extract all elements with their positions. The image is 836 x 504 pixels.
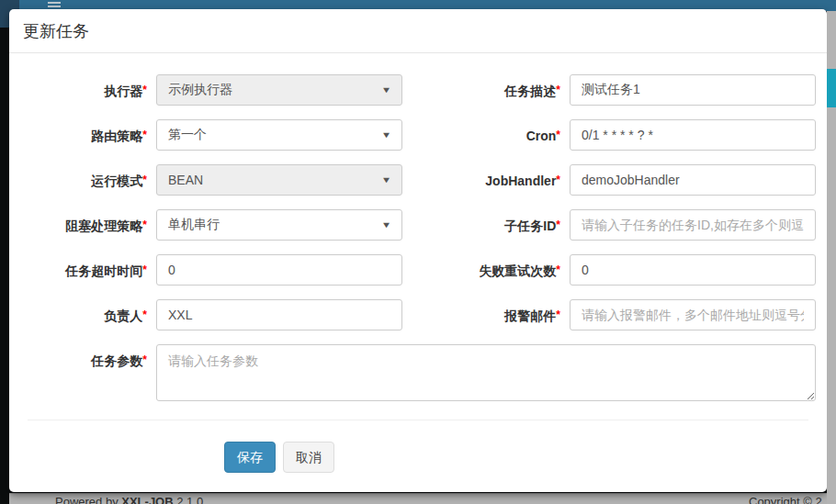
form-row: 执行器* 示例执行器 ▼ 任务描述* <box>9 74 827 106</box>
sidebar-collapsed-strip <box>0 28 9 504</box>
modal-header: 更新任务 <box>9 9 827 53</box>
required-mark: * <box>142 263 147 276</box>
job-desc-label: 任务描述* <box>402 74 560 106</box>
divider <box>28 420 808 420</box>
block-strategy-select[interactable]: 单机串行 ▼ <box>156 209 402 241</box>
executor-select: 示例执行器 ▼ <box>156 74 402 106</box>
required-mark: * <box>142 174 147 186</box>
chevron-down-icon: ▼ <box>381 220 392 230</box>
page: Powered by XXL-JOB 2.1.0 Copyright © 2 更… <box>0 0 836 504</box>
modal-body: 执行器* 示例执行器 ▼ 任务描述* 路由策略* 第一个 <box>9 53 827 473</box>
save-button[interactable]: 保存 <box>224 442 276 473</box>
required-mark: * <box>142 308 147 321</box>
required-mark: * <box>556 308 560 321</box>
chevron-down-icon: ▼ <box>381 130 392 140</box>
glue-type-select: BEAN ▼ <box>156 164 402 196</box>
retry-count-input[interactable] <box>570 254 816 286</box>
form-row: 任务参数* <box>9 344 827 401</box>
author-input[interactable] <box>156 299 402 330</box>
page-footer: Powered by XXL-JOB 2.1.0 Copyright © 2 <box>9 493 836 504</box>
form-row: 负责人* 报警邮件* <box>9 299 827 330</box>
child-jobid-input[interactable] <box>570 209 816 241</box>
author-label: 负责人* <box>28 299 147 331</box>
chevron-down-icon: ▼ <box>381 85 392 95</box>
required-mark: * <box>556 263 560 276</box>
job-desc-input[interactable] <box>570 74 816 106</box>
block-strategy-label: 阻塞处理策略* <box>28 209 147 241</box>
timeout-label: 任务超时时间* <box>28 254 147 286</box>
child-jobid-label: 子任务ID* <box>402 209 560 241</box>
required-mark: * <box>142 84 147 96</box>
button-row: 保存 取消 <box>156 442 402 473</box>
job-param-textarea[interactable] <box>156 344 816 401</box>
form-row: 运行模式* BEAN ▼ JobHandler* <box>9 164 827 196</box>
required-mark: * <box>142 218 147 231</box>
form-row: 任务超时时间* 失败重试次数* <box>9 254 827 286</box>
required-mark: * <box>556 84 560 96</box>
route-strategy-select-value: 第一个 <box>168 127 382 143</box>
glue-type-label: 运行模式* <box>28 164 147 196</box>
required-mark: * <box>556 129 560 141</box>
cron-label: Cron* <box>402 119 560 151</box>
form-row: 路由策略* 第一个 ▼ Cron* <box>9 119 827 151</box>
alarm-email-label: 报警邮件* <box>402 299 560 331</box>
copyright-text: Copyright © 2 <box>749 495 822 504</box>
route-strategy-select[interactable]: 第一个 ▼ <box>156 119 402 151</box>
jobhandler-label: JobHandler* <box>402 164 560 196</box>
retry-count-label: 失败重试次数* <box>402 254 560 286</box>
cancel-button[interactable]: 取消 <box>283 442 334 473</box>
required-mark: * <box>142 129 147 141</box>
required-mark: * <box>556 174 560 186</box>
job-param-label: 任务参数* <box>28 344 147 376</box>
alarm-email-input[interactable] <box>570 299 816 330</box>
required-mark: * <box>142 353 147 366</box>
route-strategy-label: 路由策略* <box>28 119 147 151</box>
hamburger-bar <box>48 6 61 7</box>
executor-select-value: 示例执行器 <box>168 82 382 98</box>
scrollbar-thumb[interactable] <box>827 69 836 107</box>
scrollbar-track[interactable] <box>827 11 836 504</box>
update-task-modal: 更新任务 执行器* 示例执行器 ▼ 任务描述* 路由策略* <box>9 9 827 492</box>
required-mark: * <box>556 218 560 231</box>
chevron-down-icon: ▼ <box>381 175 392 185</box>
modal-title: 更新任务 <box>23 21 813 41</box>
executor-label: 执行器* <box>28 74 147 106</box>
timeout-input[interactable] <box>156 254 402 286</box>
glue-type-select-value: BEAN <box>168 173 382 187</box>
cron-input[interactable] <box>570 119 816 151</box>
hamburger-bar <box>48 2 61 4</box>
jobhandler-input[interactable] <box>570 164 816 196</box>
block-strategy-select-value: 单机串行 <box>168 217 382 233</box>
form-row: 阻塞处理策略* 单机串行 ▼ 子任务ID* <box>9 209 827 241</box>
powered-by-text: Powered by XXL-JOB 2.1.0 <box>55 495 203 504</box>
brand-text: XXL-JOB <box>121 495 173 504</box>
